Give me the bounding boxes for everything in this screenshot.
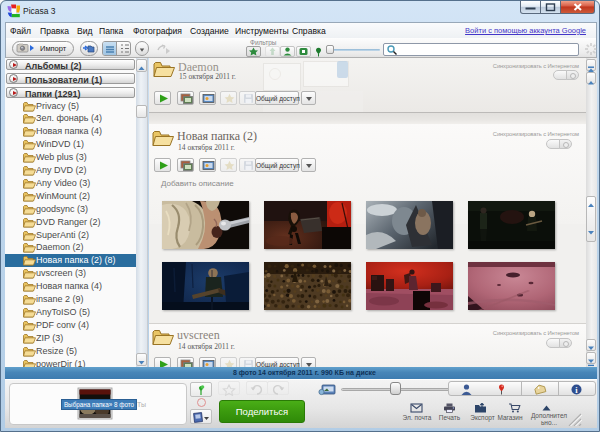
svg-text:Импорт: Импорт [40,44,67,53]
